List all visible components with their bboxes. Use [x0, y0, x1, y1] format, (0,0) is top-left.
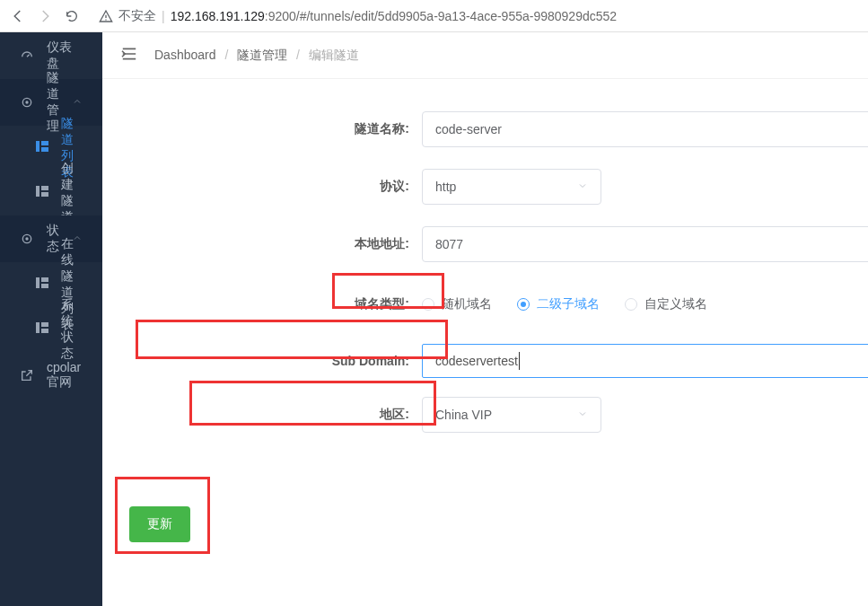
menu-collapse-icon: [120, 47, 138, 61]
menu-toggle-button[interactable]: [120, 47, 138, 64]
sidebar-item-cpolar[interactable]: cpolar官网: [0, 352, 102, 399]
radio-dot-icon: [422, 298, 434, 311]
radio-dot-icon: [517, 298, 530, 311]
sidebar-item-online-tunnels[interactable]: 在线隧道列表: [0, 262, 102, 307]
arrow-right-icon: [37, 8, 53, 24]
nav-back-button[interactable]: [9, 8, 27, 24]
grid-icon: [36, 186, 48, 200]
label-domain-type: 域名类型:: [102, 296, 422, 312]
sidebar: 仪表盘 隧道管理 隧道列表 创建隧道 状态: [0, 32, 102, 606]
grid-icon: [36, 141, 48, 155]
tunnel-name-input[interactable]: code-server: [422, 111, 868, 147]
label-subdomain: Sub Domain:: [102, 354, 422, 368]
address-divider: |: [162, 9, 165, 23]
svg-point-0: [105, 19, 106, 20]
main-content: Dashboard / 隧道管理 / 编辑隧道 隧道名称: code-serve…: [102, 32, 868, 606]
submit-button[interactable]: 更新: [129, 506, 190, 542]
sidebar-item-status[interactable]: 状态: [0, 215, 102, 262]
external-link-icon: [20, 368, 34, 382]
sidebar-item-label: cpolar官网: [47, 360, 83, 391]
workspace: 仪表盘 隧道管理 隧道列表 创建隧道 状态: [0, 32, 868, 606]
sidebar-item-create-tunnel[interactable]: 创建隧道: [0, 171, 102, 215]
breadcrumb: Dashboard / 隧道管理 / 编辑隧道: [154, 48, 359, 64]
radio-custom-domain[interactable]: 自定义域名: [625, 296, 707, 312]
label-name: 隧道名称:: [102, 121, 422, 137]
subdomain-input[interactable]: codeservertest: [422, 344, 868, 378]
label-proto: 协议:: [102, 179, 422, 195]
grid-icon: [36, 277, 48, 292]
radio-subdomain[interactable]: 二级子域名: [517, 296, 600, 312]
sidebar-item-tunnel-mgr[interactable]: 隧道管理: [0, 79, 102, 126]
radio-dot-icon: [625, 298, 637, 311]
text-caret-icon: [519, 352, 520, 370]
row-proto: 协议: http: [102, 158, 868, 215]
chevron-up-icon: [72, 95, 83, 110]
region-select[interactable]: China VIP: [422, 397, 601, 433]
url-text: 192.168.191.129:9200/#/tunnels/edit/5dd9…: [171, 9, 617, 23]
svg-point-2: [25, 101, 28, 103]
label-region: 地区:: [102, 407, 422, 423]
topbar: Dashboard / 隧道管理 / 编辑隧道: [102, 32, 868, 79]
domain-type-radios: 随机域名 二级子域名 自定义域名: [422, 296, 868, 312]
breadcrumb-item[interactable]: Dashboard: [154, 48, 216, 62]
breadcrumb-item: 编辑隧道: [309, 48, 359, 62]
breadcrumb-item[interactable]: 隧道管理: [237, 48, 287, 62]
warning-icon: [99, 9, 113, 23]
label-localaddr: 本地地址:: [102, 236, 422, 252]
gear-icon: [20, 232, 34, 246]
address-bar[interactable]: 不安全 | 192.168.191.129:9200/#/tunnels/edi…: [90, 4, 859, 29]
browser-chrome: 不安全 | 192.168.191.129:9200/#/tunnels/edi…: [0, 0, 868, 32]
reload-icon: [65, 9, 79, 23]
row-region: 地区: China VIP: [102, 386, 868, 444]
grid-icon: [36, 322, 48, 337]
chevron-down-icon: [577, 180, 588, 194]
nav-reload-button[interactable]: [63, 9, 81, 23]
radio-random-domain[interactable]: 随机域名: [422, 296, 492, 312]
sidebar-item-label: 仪表盘: [47, 40, 83, 72]
row-domain-type: 域名类型: 随机域名 二级子域名 自定义域名: [102, 273, 868, 336]
local-address-input[interactable]: 8077: [422, 226, 868, 262]
row-localaddr: 本地地址: 8077: [102, 215, 868, 273]
arrow-left-icon: [10, 8, 26, 24]
svg-point-4: [25, 237, 28, 240]
insecure-label: 不安全: [118, 8, 156, 24]
chevron-down-icon: [577, 408, 588, 422]
sidebar-item-label: 状态: [47, 223, 59, 255]
sidebar-item-system-status[interactable]: 系统状态: [0, 307, 102, 352]
row-name: 隧道名称: code-server: [102, 101, 868, 158]
row-subdomain: Sub Domain: codeservertest: [102, 336, 868, 386]
edit-tunnel-form: 隧道名称: code-server 协议: http 本地地址: 8077 域名…: [102, 79, 868, 542]
gauge-icon: [20, 48, 34, 63]
sidebar-item-tunnel-list[interactable]: 隧道列表: [0, 126, 102, 171]
protocol-select[interactable]: http: [422, 169, 601, 205]
gear-icon: [20, 95, 34, 110]
nav-forward-button[interactable]: [36, 8, 54, 24]
